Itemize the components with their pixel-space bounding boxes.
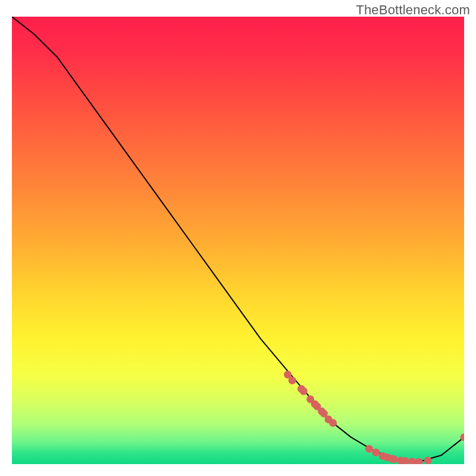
highlight-point (372, 449, 380, 456)
chart-container: TheBottleneck.com (0, 0, 476, 476)
plot-area (12, 17, 464, 464)
highlight-point (424, 456, 432, 464)
highlight-point (408, 458, 416, 464)
highlight-point (289, 377, 296, 384)
highlight-point (329, 419, 337, 427)
bottleneck-curve (12, 17, 464, 462)
chart-overlay (12, 17, 464, 464)
highlight-point (415, 458, 423, 464)
watermark-text: TheBottleneck.com (356, 2, 470, 18)
highlight-point (300, 387, 308, 395)
highlight-point (390, 455, 398, 463)
highlight-point (365, 445, 373, 453)
highlight-points (284, 371, 464, 464)
